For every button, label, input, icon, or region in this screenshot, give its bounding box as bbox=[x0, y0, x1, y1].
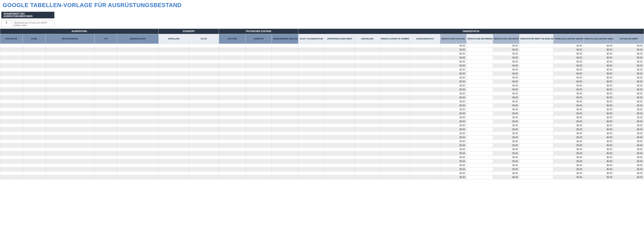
cell[interactable] bbox=[45, 151, 94, 155]
cell[interactable] bbox=[159, 120, 189, 124]
cell[interactable] bbox=[519, 68, 554, 72]
cell[interactable] bbox=[0, 88, 23, 92]
cell[interactable]: $0.00 bbox=[440, 163, 466, 167]
cell[interactable] bbox=[45, 120, 94, 124]
cell[interactable]: $0.00 bbox=[614, 72, 644, 76]
cell[interactable] bbox=[355, 171, 380, 175]
cell[interactable] bbox=[519, 124, 554, 128]
cell[interactable] bbox=[219, 100, 246, 104]
cell[interactable]: $0.00 bbox=[584, 92, 614, 96]
cell[interactable] bbox=[519, 147, 554, 151]
cell[interactable]: $0.00 bbox=[554, 80, 584, 84]
cell[interactable] bbox=[159, 76, 189, 80]
cell[interactable] bbox=[272, 128, 298, 132]
cell[interactable]: $0.00 bbox=[440, 88, 466, 92]
cell[interactable] bbox=[410, 115, 440, 120]
cell[interactable] bbox=[410, 163, 440, 167]
cell[interactable] bbox=[380, 72, 410, 76]
cell[interactable] bbox=[380, 147, 410, 151]
cell[interactable] bbox=[466, 64, 493, 68]
cell[interactable] bbox=[410, 147, 440, 151]
cell[interactable] bbox=[466, 76, 493, 80]
cell[interactable] bbox=[0, 144, 23, 147]
cell[interactable] bbox=[272, 136, 298, 140]
cell[interactable] bbox=[45, 68, 94, 72]
cell[interactable]: $0.00 bbox=[584, 147, 614, 151]
cell[interactable] bbox=[94, 111, 117, 115]
cell[interactable]: $0.00 bbox=[614, 76, 644, 80]
cell[interactable] bbox=[272, 167, 298, 171]
cell[interactable] bbox=[355, 124, 380, 128]
cell[interactable]: $0.00 bbox=[554, 167, 584, 171]
cell[interactable] bbox=[380, 115, 410, 120]
cell[interactable] bbox=[466, 167, 493, 171]
cell[interactable] bbox=[272, 100, 298, 104]
cell[interactable] bbox=[94, 76, 117, 80]
cell[interactable] bbox=[380, 60, 410, 64]
cell[interactable] bbox=[410, 128, 440, 132]
cell[interactable] bbox=[380, 171, 410, 175]
cell[interactable] bbox=[94, 68, 117, 72]
cell[interactable]: $0.00 bbox=[554, 48, 584, 52]
cell[interactable] bbox=[117, 155, 159, 159]
cell[interactable] bbox=[298, 52, 325, 56]
cell[interactable] bbox=[117, 163, 159, 167]
cell[interactable] bbox=[298, 84, 325, 88]
cell[interactable] bbox=[159, 48, 189, 52]
cell[interactable]: $0.00 bbox=[614, 128, 644, 132]
cell[interactable]: $0.00 bbox=[614, 159, 644, 163]
cell[interactable] bbox=[23, 96, 45, 100]
cell[interactable] bbox=[298, 72, 325, 76]
cell[interactable] bbox=[519, 132, 554, 136]
cell[interactable] bbox=[189, 124, 219, 128]
cell[interactable] bbox=[23, 107, 45, 111]
cell[interactable] bbox=[117, 80, 159, 84]
cell[interactable] bbox=[519, 136, 554, 140]
cell[interactable] bbox=[23, 167, 45, 171]
cell[interactable] bbox=[23, 144, 45, 147]
cell[interactable] bbox=[355, 84, 380, 88]
cell[interactable]: $0.00 bbox=[584, 76, 614, 80]
cell[interactable] bbox=[23, 140, 45, 144]
cell[interactable] bbox=[159, 92, 189, 96]
cell[interactable]: $0.00 bbox=[440, 104, 466, 107]
cell[interactable] bbox=[219, 124, 246, 128]
cell[interactable] bbox=[245, 111, 272, 115]
cell[interactable]: $0.00 bbox=[493, 151, 519, 155]
cell[interactable]: $0.00 bbox=[584, 159, 614, 163]
cell[interactable] bbox=[245, 100, 272, 104]
cell[interactable]: $0.00 bbox=[584, 163, 614, 167]
cell[interactable] bbox=[272, 44, 298, 48]
cell[interactable] bbox=[189, 140, 219, 144]
cell[interactable] bbox=[0, 92, 23, 96]
cell[interactable] bbox=[45, 171, 94, 175]
cell[interactable] bbox=[272, 132, 298, 136]
cell[interactable] bbox=[519, 159, 554, 163]
cell[interactable]: $0.00 bbox=[614, 144, 644, 147]
cell[interactable] bbox=[380, 107, 410, 111]
cell[interactable]: $0.00 bbox=[493, 72, 519, 76]
cell[interactable]: $0.00 bbox=[584, 68, 614, 72]
cell[interactable] bbox=[410, 144, 440, 147]
cell[interactable] bbox=[245, 163, 272, 167]
cell[interactable] bbox=[380, 132, 410, 136]
cell[interactable] bbox=[0, 60, 23, 64]
cell[interactable] bbox=[159, 100, 189, 104]
cell[interactable] bbox=[159, 56, 189, 60]
cell[interactable] bbox=[272, 60, 298, 64]
cell[interactable] bbox=[45, 44, 94, 48]
cell[interactable] bbox=[0, 48, 23, 52]
cell[interactable]: $0.00 bbox=[440, 115, 466, 120]
cell[interactable] bbox=[45, 155, 94, 159]
cell[interactable] bbox=[159, 167, 189, 171]
cell[interactable] bbox=[219, 171, 246, 175]
cell[interactable] bbox=[466, 115, 493, 120]
cell[interactable] bbox=[23, 136, 45, 140]
cell[interactable] bbox=[0, 171, 23, 175]
cell[interactable] bbox=[219, 175, 246, 179]
cell[interactable] bbox=[219, 167, 246, 171]
cell[interactable] bbox=[410, 111, 440, 115]
cell[interactable]: $0.00 bbox=[493, 104, 519, 107]
cell[interactable] bbox=[159, 124, 189, 128]
cell[interactable] bbox=[23, 44, 45, 48]
